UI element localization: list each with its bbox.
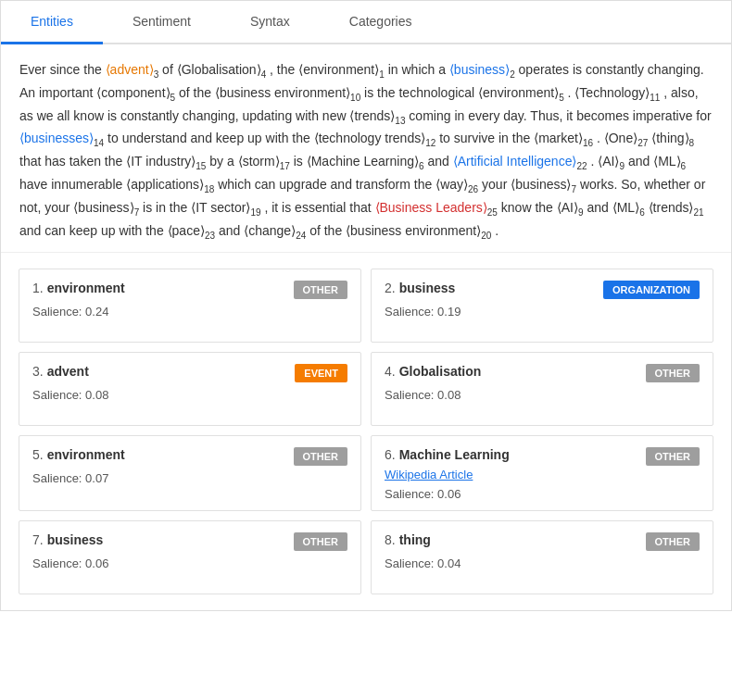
- entity-card-3-badge: EVENT: [295, 364, 347, 382]
- entity-card-6-header: 6.Machine Learning OTHER: [385, 447, 700, 466]
- entity-card-2-salience: Salience: 0.19: [385, 305, 700, 319]
- entity-card-8-name: 8.thing: [385, 532, 440, 547]
- entity-business-inline: ⟨business⟩: [449, 62, 510, 77]
- entity-card-7-salience: Salience: 0.06: [32, 556, 347, 570]
- body-text: Ever since the ⟨advent⟩3 of ⟨Globalisati…: [1, 44, 731, 253]
- entity-businesses-inline: ⟨businesses⟩: [19, 131, 94, 145]
- entity-card-8-header: 8.thing OTHER: [385, 532, 700, 551]
- entity-card-1-salience: Salience: 0.24: [32, 305, 347, 319]
- entity-card-4-name: 4.Globalisation: [385, 364, 490, 379]
- entity-card-6: 6.Machine Learning OTHER Wikipedia Artic…: [371, 435, 713, 511]
- entity-card-3-salience: Salience: 0.08: [32, 388, 347, 402]
- entity-card-5: 5.environment OTHER Salience: 0.07: [19, 435, 361, 511]
- entity-card-7-name: 7.business: [32, 532, 112, 547]
- entity-card-5-salience: Salience: 0.07: [32, 471, 347, 485]
- entity-card-5-header: 5.environment OTHER: [32, 447, 347, 466]
- entities-grid: 1.environment OTHER Salience: 0.24 2.bus…: [1, 253, 731, 610]
- entity-card-7: 7.business OTHER Salience: 0.06: [19, 520, 361, 594]
- entity-card-4: 4.Globalisation OTHER Salience: 0.08: [371, 352, 713, 426]
- entity-card-8-salience: Salience: 0.04: [385, 556, 700, 570]
- entity-card-1-badge: OTHER: [294, 281, 348, 299]
- main-container: Entities Sentiment Syntax Categories Eve…: [0, 0, 732, 611]
- entity-card-3-header: 3.advent EVENT: [32, 364, 347, 382]
- entity-card-6-salience: Salience: 0.06: [385, 487, 700, 501]
- tab-bar: Entities Sentiment Syntax Categories: [1, 1, 731, 44]
- entity-card-2-name: 2.business: [385, 281, 464, 295]
- entity-card-7-header: 7.business OTHER: [32, 532, 347, 551]
- entity-card-6-badge: OTHER: [646, 447, 700, 466]
- entity-card-1: 1.environment OTHER Salience: 0.24: [19, 269, 361, 343]
- entity-card-2-badge: ORGANIZATION: [603, 281, 700, 299]
- entity-advent-inline: ⟨advent⟩: [106, 62, 154, 77]
- entity-ai-inline: ⟨Artificial Intelligence⟩: [453, 154, 577, 169]
- entity-card-2-header: 2.business ORGANIZATION: [385, 281, 700, 299]
- tab-syntax[interactable]: Syntax: [221, 1, 320, 44]
- entity-card-5-badge: OTHER: [294, 447, 348, 466]
- entity-card-1-name: 1.environment: [32, 281, 134, 295]
- entity-card-6-name: 6.Machine Learning: [385, 447, 519, 462]
- entity-card-3-name: 3.advent: [32, 364, 98, 379]
- entity-card-8: 8.thing OTHER Salience: 0.04: [371, 520, 713, 594]
- wikipedia-article-link[interactable]: Wikipedia Article: [385, 468, 700, 481]
- entity-card-5-name: 5.environment: [32, 447, 134, 462]
- entity-card-4-salience: Salience: 0.08: [385, 388, 700, 402]
- entity-card-3: 3.advent EVENT Salience: 0.08: [19, 352, 361, 426]
- entity-business-leaders-inline: ⟨Business Leaders⟩: [375, 200, 487, 215]
- entity-card-8-badge: OTHER: [646, 532, 700, 551]
- entity-card-4-badge: OTHER: [646, 364, 700, 382]
- entity-card-4-header: 4.Globalisation OTHER: [385, 364, 700, 382]
- tab-entities[interactable]: Entities: [1, 1, 103, 44]
- entity-card-2: 2.business ORGANIZATION Salience: 0.19: [371, 269, 713, 343]
- entity-card-7-badge: OTHER: [294, 532, 348, 551]
- entity-card-1-header: 1.environment OTHER: [32, 281, 347, 299]
- tab-categories[interactable]: Categories: [320, 1, 442, 44]
- tab-sentiment[interactable]: Sentiment: [103, 1, 221, 44]
